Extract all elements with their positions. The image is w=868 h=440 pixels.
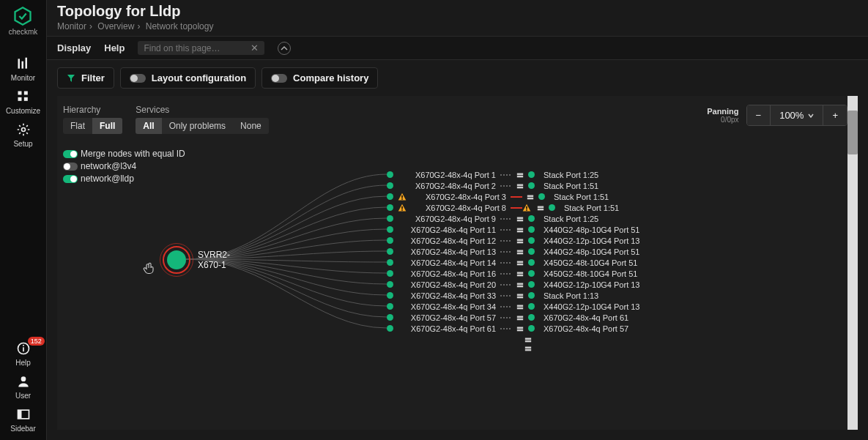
link-row[interactable]: X670G2-48x-4q Port 16X450G2-48t-10G4 Por…: [387, 268, 639, 279]
port-dot: [387, 259, 393, 266]
svg-rect-6: [18, 97, 21, 101]
port-dot: [387, 204, 393, 211]
port-dot: [387, 281, 393, 288]
sidebar-item-setup[interactable]: Setup: [6, 122, 40, 148]
node-icon: [167, 250, 186, 269]
svg-marker-0: [15, 7, 31, 24]
filter-icon: [67, 74, 75, 83]
sidebar-item-sidebar-toggle[interactable]: Sidebar: [10, 407, 35, 433]
link-row[interactable]: X670G2-48x-4q Port 61X670G2-48x-4q Port …: [387, 323, 639, 334]
breadcrumb-item[interactable]: Overview: [97, 21, 134, 31]
breadcrumb-item[interactable]: Monitor: [57, 21, 86, 31]
port-dot: [528, 325, 535, 332]
checkmk-logo-icon: [12, 6, 33, 26]
port-right-label: X440G2-48p-10G4 Port 51: [544, 247, 639, 256]
link-row[interactable]: X670G2-48x-4q Port 3Stack Port 1:51: [387, 191, 639, 202]
link-row[interactable]: X670G2-48x-4q Port 33Stack Port 1:13: [387, 290, 639, 301]
zoom-out-button[interactable]: −: [747, 105, 771, 125]
toggle-0[interactable]: Merge nodes with equal ID: [63, 149, 185, 159]
link-line: [500, 284, 512, 286]
port-right-label: X450G2-48t-10G4 Port 51: [544, 269, 637, 278]
svg-rect-58: [525, 349, 531, 351]
port-right-label: Stack Port 1:25: [544, 171, 598, 179]
link-line: [500, 306, 512, 307]
device-icon: [524, 336, 532, 343]
breadcrumb-item[interactable]: Network topology: [146, 21, 214, 31]
device-icon: [516, 237, 524, 245]
link-row[interactable]: X670G2-48x-4q Port 20X440G2-12p-10G4 Por…: [387, 279, 639, 290]
link-row[interactable]: X670G2-48x-4q Port 34X440G2-12p-10G4 Por…: [387, 301, 639, 312]
svg-rect-40: [517, 252, 523, 254]
hierarchy-flat[interactable]: Flat: [63, 118, 92, 134]
toggle-icon: [130, 74, 146, 83]
port-dot: [387, 325, 393, 332]
port-dot: [528, 182, 535, 189]
logo[interactable]: checkmk: [9, 6, 37, 36]
menu-display[interactable]: Display: [57, 42, 91, 53]
topology-canvas[interactable]: Hierarchy Flat Full Services All Only pr…: [57, 96, 858, 430]
toggle-switch: [63, 163, 78, 171]
scrollbar[interactable]: [847, 96, 858, 430]
svg-rect-23: [527, 195, 533, 197]
filter-button[interactable]: Filter: [57, 67, 114, 89]
toolbar: Filter Layout configuration Compare hist…: [47, 60, 868, 96]
page-search[interactable]: ✕: [138, 41, 264, 55]
sidebar-item-help[interactable]: Help152: [10, 341, 35, 367]
port-right-label: X440G2-12p-10G4 Port 13: [544, 302, 639, 311]
svg-rect-1: [18, 59, 20, 68]
port-dot: [528, 281, 535, 288]
svg-rect-38: [517, 241, 523, 243]
device-icon: [537, 204, 544, 212]
chevron-down-icon: [808, 113, 814, 119]
toggle-1[interactable]: network@l3v4: [63, 161, 185, 171]
layout-config-button[interactable]: Layout configuration: [120, 67, 256, 89]
root-node[interactable]: SVRR2-X670-1: [167, 250, 230, 270]
svg-rect-57: [525, 347, 531, 349]
sidebar-item-user[interactable]: User: [10, 374, 35, 400]
main-area: Topology for Lldp Monitor› Overview› Net…: [47, 0, 868, 440]
header: Topology for Lldp Monitor› Overview› Net…: [47, 0, 868, 36]
zoom-in-button[interactable]: +: [823, 105, 847, 125]
port-right-label: X440G2-48p-10G4 Port 51: [544, 225, 639, 234]
link-row[interactable]: X670G2-48x-4q Port 2Stack Port 1:51: [387, 180, 639, 191]
link-row[interactable]: X670G2-48x-4q Port 9Stack Port 1:25: [387, 213, 639, 224]
link-line: [500, 262, 512, 264]
link-row[interactable]: X670G2-48x-4q Port 57X670G2-48x-4q Port …: [387, 312, 639, 323]
clear-search-icon[interactable]: ✕: [251, 42, 259, 53]
link-row[interactable]: X670G2-48x-4q Port 11X440G2-48p-10G4 Por…: [387, 224, 639, 235]
services-only-problems[interactable]: Only problems: [162, 118, 233, 134]
port-right-label: X670G2-48x-4q Port 57: [544, 324, 628, 333]
port-dot: [387, 248, 393, 255]
svg-rect-33: [517, 217, 523, 219]
services-none[interactable]: None: [233, 118, 269, 134]
grab-cursor-icon: [142, 261, 155, 277]
device-icon: [516, 292, 524, 299]
port-right-label: Stack Port 1:51: [544, 182, 598, 190]
link-line: [500, 295, 512, 297]
link-row[interactable]: X670G2-48x-4q Port 14X450G2-48t-10G4 Por…: [387, 257, 639, 268]
search-input[interactable]: [144, 43, 246, 53]
svg-rect-2: [21, 61, 23, 69]
link-row[interactable]: X670G2-48x-4q Port 12X440G2-12p-10G4 Por…: [387, 235, 639, 246]
device-icon: [527, 193, 534, 201]
port-dot: [528, 171, 535, 178]
link-row[interactable]: X670G2-48x-4q Port 13X440G2-48p-10G4 Por…: [387, 246, 639, 257]
sidebar-item-customize[interactable]: Customize: [6, 89, 40, 115]
svg-rect-31: [538, 206, 544, 208]
sidebar-item-monitor[interactable]: Monitor: [6, 56, 40, 82]
zoom-value[interactable]: 100%: [771, 105, 823, 125]
svg-rect-14: [18, 410, 21, 419]
services-all[interactable]: All: [136, 118, 161, 134]
svg-point-8: [21, 128, 25, 132]
link-row[interactable]: X670G2-48x-4q Port 1Stack Port 1:25: [387, 169, 639, 180]
hierarchy-full[interactable]: Full: [92, 118, 122, 134]
port-right-label: Stack Port 1:25: [544, 215, 598, 223]
link-row[interactable]: X670G2-48x-4q Port 8Stack Port 1:51: [387, 202, 639, 213]
toggle-2[interactable]: network@lldp: [63, 174, 185, 184]
warning-icon: [398, 193, 407, 201]
menu-help[interactable]: Help: [104, 42, 125, 53]
compare-history-button[interactable]: Compare history: [261, 67, 378, 89]
scroll-top-button[interactable]: [278, 42, 291, 55]
port-dot: [387, 182, 393, 189]
svg-rect-5: [23, 92, 27, 95]
